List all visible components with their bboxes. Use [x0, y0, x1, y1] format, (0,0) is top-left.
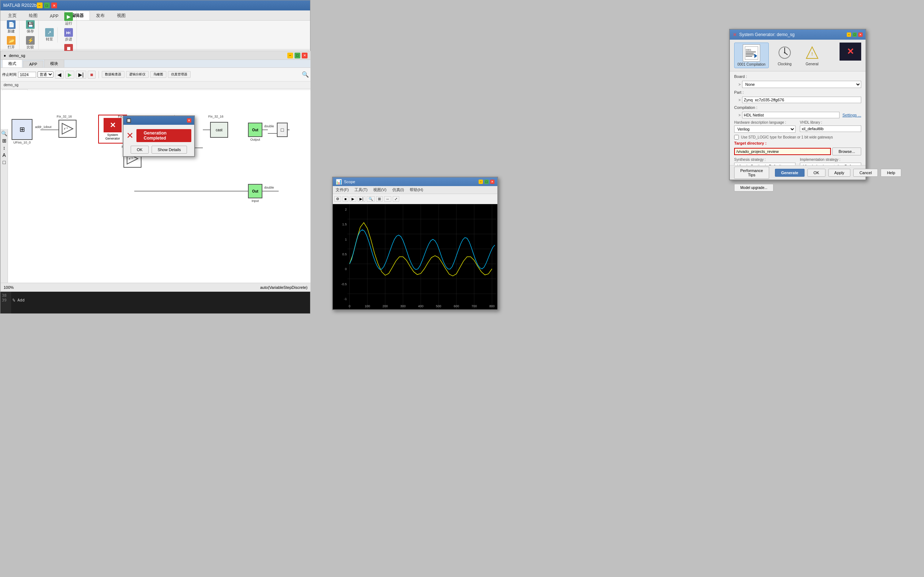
browse-button[interactable]: Browse... [832, 148, 861, 155]
target-dir-row: Target directory : [734, 141, 861, 145]
tab-view[interactable]: 视图 [111, 11, 132, 20]
step-back-button[interactable]: ◀ [55, 71, 64, 79]
sim-tab-format[interactable]: 格式 [2, 60, 23, 68]
stop-time-label: 停止时间 [2, 72, 16, 77]
sysgen-maximize[interactable]: □ [853, 32, 857, 37]
scope-titlebar: 📊 Scope − □ ✕ [333, 177, 498, 186]
addr-label: addr_1dout [35, 125, 52, 129]
gen-ok-button[interactable]: OK [131, 146, 149, 154]
delay-block-1[interactable]: z⁻¹ [58, 120, 76, 138]
birdseye-button[interactable]: 鸟瞰图 [150, 71, 166, 78]
scope-stop-btn[interactable]: ■ [342, 196, 348, 201]
sysgen-icon: ✕ [103, 118, 122, 132]
scope-maximize[interactable]: □ [485, 180, 489, 184]
apply-button[interactable]: Apply [828, 169, 851, 177]
scope-zoom-btn[interactable]: 🔍 [367, 196, 375, 201]
maximize-button[interactable]: □ [44, 3, 50, 8]
gen-dialog-close[interactable]: ✕ [187, 118, 191, 122]
code-editor: 38 39 % Add [0, 292, 310, 313]
svg-text:!: ! [811, 52, 813, 56]
sim-tab-app[interactable]: APP [23, 61, 43, 68]
cancel-button[interactable]: Cancel [853, 169, 878, 177]
model-upgrade-button[interactable]: Model upgrade... [734, 184, 774, 192]
svg-text:2: 2 [345, 208, 347, 211]
scope-play-btn[interactable]: ▶ [350, 196, 356, 201]
gen-show-details-button[interactable]: Show Details [152, 146, 187, 154]
general-tab[interactable]: ! General [801, 43, 824, 68]
std-logic-checkbox[interactable] [734, 135, 739, 140]
compare-button[interactable]: ⚡ 比较 [24, 35, 36, 50]
code-content[interactable]: % Add [11, 292, 310, 313]
clocking-tab[interactable]: Clocking [773, 43, 796, 68]
sim-tab-module[interactable]: 模块 [44, 60, 64, 68]
simulink-close[interactable]: ✕ [302, 53, 307, 58]
scope-minimize[interactable]: − [478, 180, 483, 184]
scope-view-menu[interactable]: 视图(V) [373, 187, 386, 193]
text-icon[interactable]: A [3, 152, 6, 158]
scope-help-menu[interactable]: 帮助(H) [410, 187, 423, 193]
ribbon-tabs: 主页 绘图 APP 编辑器 发布 视图 [0, 10, 310, 21]
compilation-input[interactable]: HDL Netlist [742, 112, 840, 118]
scope-expand-btn[interactable]: ⤢ [393, 196, 399, 201]
out-block-lower[interactable]: Out Input [248, 184, 262, 198]
sim-stop-button[interactable]: ■ [88, 71, 96, 79]
scope-tools-menu[interactable]: 工具(T) [354, 187, 367, 193]
new-button[interactable]: 📄 新建 [5, 19, 17, 35]
out-block-upper[interactable]: Out Output [248, 122, 262, 137]
data-inspector-button[interactable]: 数据检查器 [102, 71, 124, 78]
part-input[interactable]: Zynq xc7z035-2ffg676 [742, 97, 861, 103]
step-fwd-button[interactable]: ▶| [76, 71, 86, 79]
tab-plot[interactable]: 绘图 [23, 11, 44, 20]
sysgen-close[interactable]: ✕ [858, 32, 863, 37]
target-dir-input[interactable]: /vivado_projects_review [734, 148, 831, 155]
hw-desc-select[interactable]: Verilog VHDL [734, 126, 795, 133]
simulink-minimize[interactable]: − [287, 53, 293, 58]
memory-block[interactable]: ⊞ UFixs_10_0 [11, 119, 32, 140]
performance-tips-button[interactable]: Performance Tips [734, 167, 769, 179]
vhdl-lib-input[interactable]: xil_defaultlib [800, 126, 861, 132]
save-button[interactable]: 💾 保存 [24, 19, 36, 35]
terminal-upper[interactable]: □ [277, 122, 288, 137]
sim-manager-button[interactable]: 仿真管理器 [168, 71, 191, 78]
mode-select[interactable]: 普通 [37, 71, 53, 77]
stop-time-input[interactable] [18, 72, 36, 77]
scope-file-menu[interactable]: 文件(F) [336, 187, 349, 193]
run-button[interactable]: ▶ 运行 [63, 11, 74, 27]
zoom-in-icon[interactable]: 🔍 [1, 131, 7, 136]
tab-publish[interactable]: 发布 [90, 11, 111, 20]
board-select[interactable]: None [742, 81, 861, 88]
scope-cursor-btn[interactable]: ↔ [384, 196, 391, 201]
minimize-button[interactable]: − [37, 3, 43, 8]
scope-title-left: 📊 Scope [336, 179, 355, 185]
close-button[interactable]: ✕ [51, 3, 57, 8]
scope-settings-btn[interactable]: ⚙ [334, 196, 341, 201]
cast-block[interactable]: cast [210, 122, 228, 138]
simulink-maximize[interactable]: □ [294, 53, 300, 58]
svg-text:100: 100 [365, 305, 370, 308]
scope-close[interactable]: ✕ [490, 180, 494, 184]
sim-run-button[interactable]: ▶ [65, 71, 74, 79]
part-value-row: > Zynq xc7z035-2ffg676 [734, 97, 861, 103]
open-icon: 📂 [7, 36, 16, 45]
generate-button[interactable]: Generate [775, 169, 804, 177]
fit-icon[interactable]: ⊞ [2, 138, 6, 143]
step-button[interactable]: ⏭ 步进 [63, 27, 74, 43]
arrow-icon[interactable]: ↕ [3, 145, 5, 151]
goto-button[interactable]: ↗ 转至 [44, 27, 55, 43]
rect-icon[interactable]: □ [3, 160, 5, 165]
scope-fit-btn[interactable]: ⊞ [376, 196, 383, 201]
hw-desc-row: Hardware description language : Verilog … [734, 121, 861, 133]
sysgen-minimize[interactable]: − [847, 32, 851, 37]
hw-desc-label: Hardware description language : [734, 121, 795, 124]
simulink-area: ● demo_sg − □ ✕ 格式 APP 模块 停止时间 普通 ◀ ▶ ▶| [0, 51, 311, 292]
open-button[interactable]: 📂 打开 [5, 35, 17, 50]
panel-ok-button[interactable]: OK [808, 169, 825, 177]
help-button[interactable]: Help [881, 169, 901, 177]
tab-home[interactable]: 主页 [2, 11, 23, 20]
compilation-tab[interactable]: 0001 0001 Compilation [734, 43, 769, 68]
step-icon: ⏭ [64, 28, 73, 37]
logic-analyzer-button[interactable]: 逻辑分析仪 [126, 71, 149, 78]
settings-link[interactable]: Settings ... [842, 113, 861, 117]
scope-sim-menu[interactable]: 仿真(I) [393, 187, 404, 193]
scope-step-btn[interactable]: ▶| [358, 196, 365, 201]
